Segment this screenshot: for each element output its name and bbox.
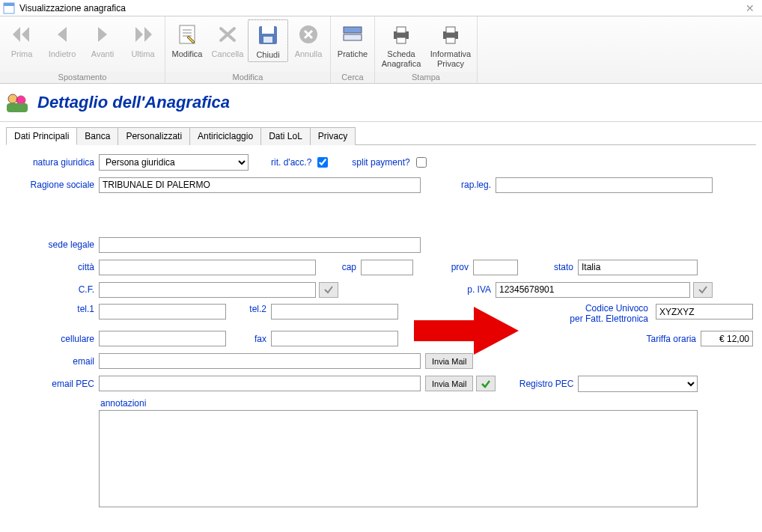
- ribbon-btn-cancella[interactable]: Cancella: [207, 19, 248, 61]
- svg-rect-16: [446, 27, 455, 33]
- label-cellulare: cellulare: [9, 334, 99, 344]
- tab-privacy[interactable]: Privacy: [310, 127, 356, 145]
- svg-rect-7: [262, 26, 274, 34]
- label-sede-legale: sede legale: [9, 239, 99, 250]
- svg-point-18: [8, 94, 17, 103]
- ribbon-group-label: Stampa: [375, 72, 477, 83]
- textarea-annotazioni[interactable]: [99, 410, 698, 507]
- label-natura-giuridica: natura giuridica: [9, 157, 99, 168]
- label-email: email: [9, 356, 99, 367]
- last-icon: [131, 22, 155, 46]
- people-icon: [4, 91, 30, 114]
- label-rap-leg: rap.leg.: [458, 180, 496, 190]
- tabs: Dati Principali Banca Personalizzati Ant…: [6, 126, 756, 145]
- ribbon-btn-chiudi[interactable]: Chiudi: [248, 19, 288, 62]
- ribbon-btn-prima[interactable]: Prima: [1, 19, 42, 61]
- input-sede-legale[interactable]: [99, 237, 421, 253]
- window-title: Visualizzazione anagrafica: [19, 3, 126, 13]
- svg-rect-14: [397, 37, 406, 43]
- input-citta[interactable]: [99, 260, 316, 275]
- svg-rect-20: [7, 103, 28, 112]
- label-cf: C.F.: [9, 284, 99, 295]
- checkbox-split-payment[interactable]: [416, 157, 427, 168]
- input-prov[interactable]: [473, 260, 518, 275]
- ribbon-group-modifica: Modifica Cancella Chiudi Annulla Modific…: [165, 16, 331, 83]
- label-fax: fax: [241, 334, 271, 344]
- tab-banca[interactable]: Banca: [76, 127, 118, 145]
- ribbon-group-label: Modifica: [165, 72, 330, 83]
- ribbon-group-cerca: Pratiche Cerca: [331, 16, 375, 83]
- button-invia-mail[interactable]: Invia Mail: [425, 353, 473, 369]
- ribbon-btn-avanti[interactable]: Avanti: [82, 19, 123, 61]
- input-ragione-sociale[interactable]: [99, 177, 421, 193]
- input-email-pec[interactable]: [99, 376, 421, 391]
- label-cap: cap: [331, 262, 361, 272]
- label-registro-pec: Registro PEC: [510, 379, 578, 389]
- input-tel2[interactable]: [271, 304, 398, 319]
- delete-icon: [216, 22, 240, 46]
- close-icon[interactable]: ✕: [741, 2, 759, 14]
- ribbon-btn-scheda-anagrafica[interactable]: Scheda Anagrafica: [377, 19, 426, 70]
- input-cellulare[interactable]: [99, 331, 226, 346]
- tab-antiriciclaggio[interactable]: Antiriciclaggio: [189, 127, 261, 145]
- svg-rect-8: [263, 37, 272, 43]
- edit-icon: [175, 22, 199, 46]
- label-email-pec: email PEC: [9, 379, 99, 389]
- checkbox-rit-dacc[interactable]: [317, 157, 328, 168]
- ribbon-btn-modifica[interactable]: Modifica: [167, 19, 207, 61]
- validate-piva-button[interactable]: [693, 282, 713, 298]
- input-fax[interactable]: [271, 331, 398, 346]
- page-header: Dettaglio dell'Anagrafica: [0, 84, 762, 122]
- page-title: Dettaglio dell'Anagrafica: [37, 93, 230, 112]
- label-split-payment: split payment?: [352, 157, 414, 168]
- validate-pec-button[interactable]: [476, 376, 496, 391]
- ribbon-btn-indietro[interactable]: Indietro: [42, 19, 82, 61]
- ribbon-btn-informativa-privacy[interactable]: Informativa Privacy: [426, 19, 475, 70]
- input-codice-univoco[interactable]: [656, 304, 753, 319]
- ribbon-group-label: Cerca: [331, 72, 374, 83]
- label-tariffa-oraria: Tariffa oraria: [647, 334, 701, 344]
- ribbon-group-stampa: Scheda Anagrafica Informativa Privacy St…: [375, 16, 478, 83]
- svg-rect-1: [4, 3, 14, 6]
- input-piva[interactable]: [496, 282, 690, 298]
- input-tel1[interactable]: [99, 304, 226, 319]
- label-prov: prov: [443, 262, 473, 272]
- ribbon-btn-ultima[interactable]: Ultima: [123, 19, 163, 61]
- ribbon-group-spostamento: Prima Indietro Avanti Ultima Spostamento: [0, 16, 165, 83]
- svg-rect-17: [446, 37, 455, 43]
- cancel-icon: [296, 22, 320, 46]
- next-icon: [91, 22, 115, 46]
- input-stato[interactable]: [578, 260, 698, 275]
- input-cap[interactable]: [361, 260, 413, 275]
- form-dati-principali: natura giuridica Persona giuridica rit. …: [0, 145, 762, 525]
- input-email[interactable]: [99, 353, 421, 369]
- select-natura-giuridica[interactable]: Persona giuridica: [99, 154, 249, 171]
- ribbon-btn-annulla[interactable]: Annulla: [288, 19, 329, 61]
- first-icon: [10, 22, 34, 46]
- label-annotazioni: annotazioni: [99, 398, 698, 410]
- printer-icon: [439, 22, 463, 46]
- ribbon: Prima Indietro Avanti Ultima Spostamento…: [0, 16, 762, 84]
- button-invia-mail-pec[interactable]: Invia Mail: [425, 376, 473, 391]
- input-tariffa-oraria[interactable]: [701, 331, 753, 346]
- label-codice-univoco: Codice Univoco per Fatt. Elettronica: [570, 304, 653, 325]
- titlebar: Visualizzazione anagrafica ✕: [0, 0, 762, 16]
- input-rap-leg[interactable]: [496, 177, 713, 193]
- save-icon: [256, 23, 280, 47]
- label-tel2: tel.2: [241, 304, 271, 314]
- label-stato: stato: [548, 262, 578, 272]
- svg-rect-13: [397, 27, 406, 33]
- ribbon-btn-pratiche[interactable]: Pratiche: [332, 19, 373, 61]
- label-citta: città: [9, 262, 99, 272]
- select-registro-pec[interactable]: [578, 376, 698, 392]
- tab-personalizzati[interactable]: Personalizzati: [118, 127, 190, 145]
- input-cf[interactable]: [99, 282, 316, 298]
- search-list-icon: [341, 22, 365, 46]
- tab-dati-principali[interactable]: Dati Principali: [6, 127, 77, 145]
- prev-icon: [50, 22, 74, 46]
- label-tel1: tel.1: [9, 304, 99, 314]
- validate-cf-button[interactable]: [319, 282, 338, 298]
- label-piva: p. IVA: [458, 284, 496, 295]
- window-icon: [3, 2, 15, 14]
- tab-dati-lol[interactable]: Dati LoL: [260, 127, 311, 145]
